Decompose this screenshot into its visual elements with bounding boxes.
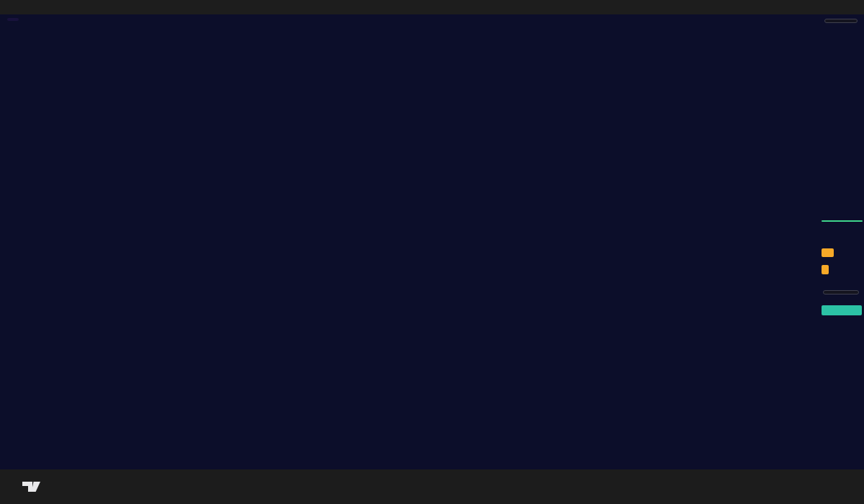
symbol-legend[interactable] [7,18,19,21]
level-badge-1 [822,248,834,257]
chart-area[interactable] [0,14,864,469]
percent-scale-button[interactable] [824,19,858,23]
percent-change-badge [822,305,862,315]
chart-canvas[interactable] [0,14,864,469]
usd-scale-button[interactable] [823,290,859,294]
last-price-badge [822,220,863,222]
tradingview-logo-icon[interactable] [22,478,41,495]
footer-bar [0,469,864,504]
level-badge-075 [822,265,829,274]
attribution-bar [0,0,864,14]
